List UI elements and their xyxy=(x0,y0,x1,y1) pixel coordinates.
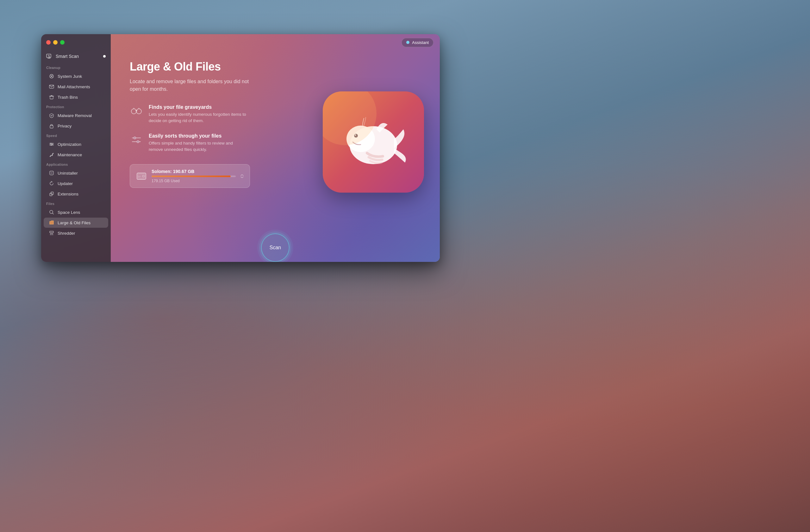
svg-point-38 xyxy=(134,137,136,139)
large-old-files-label: Large & Old Files xyxy=(58,220,91,225)
sidebar-item-large-old-files[interactable]: Large & Old Files xyxy=(44,218,108,228)
sidebar-item-extensions[interactable]: Extensions xyxy=(44,189,108,199)
sidebar-item-shredder[interactable]: Shredder xyxy=(44,228,108,238)
trash-bins-icon xyxy=(49,94,54,100)
sidebar-item-smart-scan[interactable]: Smart Scan xyxy=(41,51,111,63)
sidebar-section-label-applications: Applications xyxy=(41,160,111,168)
sidebar-sections: CleanupSystem JunkMail AttachmentsTrash … xyxy=(41,63,111,238)
svg-rect-14 xyxy=(50,126,53,128)
assistant-button[interactable]: Assistant xyxy=(402,38,434,47)
app-window: Smart Scan CleanupSystem JunkMail Attach… xyxy=(41,34,440,262)
disk-info: Solomen: 190.67 GB 179.15 GB Used xyxy=(151,169,236,183)
svg-line-13 xyxy=(52,115,53,116)
svg-point-3 xyxy=(48,55,49,56)
large-old-files-icon xyxy=(49,220,54,226)
whale-illustration xyxy=(335,104,411,180)
maximize-button[interactable] xyxy=(60,40,65,45)
sidebar-section-label-protection: Protection xyxy=(41,102,111,110)
sidebar: Smart Scan CleanupSystem JunkMail Attach… xyxy=(41,34,111,262)
feature-title-graveyards: Finds your file graveyards xyxy=(149,104,247,110)
system-junk-label: System Junk xyxy=(58,74,82,79)
smart-scan-icon xyxy=(46,53,52,60)
shredder-label: Shredder xyxy=(58,231,75,236)
malware-removal-icon xyxy=(49,113,54,118)
svg-point-31 xyxy=(131,109,136,114)
uninstaller-label: Uninstaller xyxy=(58,171,78,176)
sidebar-item-malware-removal[interactable]: Malware Removal xyxy=(44,111,108,120)
disk-bar-fill xyxy=(151,176,231,177)
sidebar-item-trash-bins[interactable]: Trash Bins xyxy=(44,92,108,102)
svg-point-39 xyxy=(137,140,139,143)
feature-desc-sort: Offers simple and handy filters to revie… xyxy=(149,140,247,153)
sidebar-item-uninstaller[interactable]: Uninstaller xyxy=(44,168,108,178)
mail-attachments-label: Mail Attachments xyxy=(58,84,90,89)
disk-chevron-icon xyxy=(240,174,244,178)
sidebar-item-optimization[interactable]: Optimization xyxy=(44,139,108,149)
disk-icon xyxy=(136,170,147,182)
page-title: Large & Old Files xyxy=(130,60,310,73)
minimize-button[interactable] xyxy=(53,40,58,45)
svg-point-32 xyxy=(136,109,142,114)
svg-line-28 xyxy=(50,233,51,235)
space-lens-icon xyxy=(49,210,54,215)
sidebar-section-label-cleanup: Cleanup xyxy=(41,63,111,71)
svg-rect-0 xyxy=(47,54,51,57)
extensions-icon xyxy=(49,191,54,197)
sidebar-section-label-speed: Speed xyxy=(41,131,111,139)
svg-line-4 xyxy=(49,56,50,57)
disk-name: Solomen: 190.67 GB xyxy=(151,169,236,174)
disk-selector[interactable]: Solomen: 190.67 GB 179.15 GB Used xyxy=(130,164,250,188)
scan-button[interactable]: Scan xyxy=(261,233,290,262)
close-button[interactable] xyxy=(46,40,51,45)
feature-item-sort: Easily sorts through your files Offers s… xyxy=(130,133,310,153)
assistant-label: Assistant xyxy=(412,40,429,45)
sidebar-item-system-junk[interactable]: System Junk xyxy=(44,71,108,81)
optimization-label: Optimization xyxy=(58,142,81,147)
mail-attachments-icon xyxy=(49,84,54,89)
svg-point-19 xyxy=(52,144,53,145)
extensions-label: Extensions xyxy=(58,192,79,196)
shredder-icon xyxy=(49,230,54,236)
uninstaller-icon xyxy=(49,170,54,176)
sidebar-item-maintenance[interactable]: Maintenance xyxy=(44,150,108,160)
privacy-icon xyxy=(49,123,54,129)
content-left: Large & Old Files Locate and remove larg… xyxy=(130,60,310,224)
binoculars-icon xyxy=(130,104,143,118)
svg-line-26 xyxy=(52,213,53,214)
feature-text-graveyards: Finds your file graveyards Lets you easi… xyxy=(149,104,247,124)
sliders-icon xyxy=(130,133,143,147)
sidebar-item-mail-attachments[interactable]: Mail Attachments xyxy=(44,82,108,92)
disk-bar xyxy=(151,176,236,177)
svg-line-30 xyxy=(52,233,53,235)
svg-point-18 xyxy=(51,143,52,144)
optimization-icon xyxy=(49,142,54,147)
updater-label: Updater xyxy=(58,181,73,186)
svg-point-47 xyxy=(354,134,358,137)
sidebar-section-label-files: Files xyxy=(41,199,111,207)
updater-icon xyxy=(49,181,54,186)
feature-title-sort: Easily sorts through your files xyxy=(149,133,247,139)
svg-rect-9 xyxy=(50,96,53,99)
maintenance-label: Maintenance xyxy=(58,152,82,157)
page-description: Locate and remove large files and folder… xyxy=(130,78,250,93)
malware-removal-label: Malware Removal xyxy=(58,113,92,118)
svg-point-25 xyxy=(50,210,53,214)
disk-used: 179.15 GB Used xyxy=(151,179,236,183)
main-content: Assistant Large & Old Files Locate and r… xyxy=(111,34,440,262)
window-title-bar xyxy=(41,34,111,51)
svg-point-20 xyxy=(51,145,52,146)
smart-scan-label: Smart Scan xyxy=(56,54,100,59)
main-title-bar: Assistant xyxy=(111,34,440,51)
sidebar-item-updater[interactable]: Updater xyxy=(44,178,108,188)
sidebar-item-space-lens[interactable]: Space Lens xyxy=(44,207,108,217)
notification-dot xyxy=(103,55,106,57)
app-icon xyxy=(323,92,424,193)
sidebar-item-privacy[interactable]: Privacy xyxy=(44,121,108,131)
feature-item-graveyards: Finds your file graveyards Lets you easi… xyxy=(130,104,310,124)
assistant-dot xyxy=(406,41,409,44)
system-junk-icon xyxy=(49,73,54,79)
svg-rect-27 xyxy=(50,231,53,233)
feature-list: Finds your file graveyards Lets you easi… xyxy=(130,104,310,153)
maintenance-icon xyxy=(49,152,54,157)
content-right xyxy=(323,60,424,224)
